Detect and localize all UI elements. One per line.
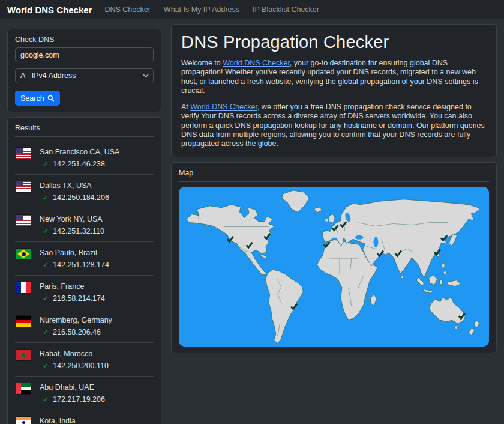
result-ip-line: ✓ 142.251.32.110 [40, 227, 104, 235]
intro-paragraph-1: Welcome to World DNS Checker, your go-to… [181, 59, 487, 95]
check-icon: ✓ [43, 362, 49, 369]
result-location: Rabat, Morocco [40, 350, 109, 358]
world-dns-checker-link[interactable]: World DNS Checker [190, 103, 257, 111]
result-text: New York NY, USA ✓ 142.251.32.110 [40, 214, 104, 235]
check-dns-card: Check DNS A - IPv4 Address Search [7, 29, 161, 112]
check-icon: ✓ [43, 194, 49, 201]
result-row: Nuremberg, Germany ✓ 216.58.206.46 [15, 309, 154, 343]
left-column: Check DNS A - IPv4 Address Search Result… [7, 29, 161, 424]
nav-link[interactable]: IP Blacklist Checker [246, 5, 326, 14]
result-location: New York NY, USA [40, 215, 104, 223]
map-divider [179, 181, 489, 182]
country-flag-icon [16, 249, 31, 259]
result-ip-line: ✓ 142.250.184.206 [40, 193, 109, 202]
result-ip-line: ✓ 142.251.46.238 [40, 160, 119, 168]
check-icon: ✓ [43, 160, 49, 168]
brand-link[interactable]: World DNS Checker [7, 5, 92, 15]
country-flag-icon [16, 383, 31, 394]
search-icon [47, 95, 55, 102]
check-icon: ✓ [43, 295, 49, 302]
result-ip: 142.250.184.206 [53, 193, 109, 202]
country-flag-icon [16, 316, 31, 327]
result-text: Paris, France ✓ 216.58.214.174 [40, 281, 105, 303]
result-ip-line: ✓ 216.58.214.174 [40, 294, 105, 303]
record-type-select[interactable]: A - IPv4 Address [15, 68, 154, 83]
search-button-label: Search [20, 94, 44, 103]
country-flag-icon [16, 148, 31, 159]
result-ip-line: ✓ 216.58.206.46 [40, 328, 112, 336]
result-location: Dallas TX, USA [40, 181, 109, 190]
result-text: Rabat, Morocco ✓ 142.250.200.110 [40, 348, 109, 370]
result-location: Kota, India [40, 417, 109, 424]
intro-paragraph-2: At World DNS Checker, we offer you a fre… [181, 103, 487, 148]
country-flag-icon [16, 215, 31, 226]
check-icon: ✓ [43, 396, 49, 403]
check-icon: ✓ [43, 329, 49, 336]
page-title: DNS Propagation Checker [181, 32, 487, 52]
record-type-select-wrap: A - IPv4 Address [15, 68, 154, 83]
result-text: Kota, India ✓ 142.250.192.206 [40, 416, 109, 424]
result-text: Abu Dhabi, UAE ✓ 172.217.19.206 [40, 382, 105, 404]
result-row: Abu Dhabi, UAE ✓ 172.217.19.206 [15, 377, 154, 410]
result-location: Paris, France [40, 282, 105, 291]
nav-link[interactable]: DNS Checker [98, 5, 157, 14]
paragraph-text: At [181, 103, 190, 111]
result-location: Abu Dhabi, UAE [40, 383, 105, 392]
result-text: San Francisco CA, USA ✓ 142.251.46.238 [40, 147, 119, 168]
world-dns-checker-link[interactable]: World DNS Checker [223, 59, 290, 67]
map-card: Map [171, 162, 497, 353]
result-text: Dallas TX, USA ✓ 142.250.184.206 [40, 180, 109, 202]
result-location: Sao Paulo, Brazil [40, 249, 109, 257]
results-divider [15, 136, 154, 137]
result-row: Rabat, Morocco ✓ 142.250.200.110 [15, 343, 154, 377]
result-row: Kota, India ✓ 142.250.192.206 [15, 410, 154, 424]
result-text: Nuremberg, Germany ✓ 216.58.206.46 [40, 315, 112, 336]
check-dns-label: Check DNS [15, 35, 154, 44]
paragraph-text: Welcome to [181, 59, 223, 67]
country-flag-icon [16, 282, 31, 293]
result-ip: 142.251.46.238 [53, 160, 105, 168]
result-text: Sao Paulo, Brazil ✓ 142.251.128.174 [40, 247, 109, 269]
result-row: New York NY, USA ✓ 142.251.32.110 [15, 208, 154, 242]
world-map-container [179, 187, 489, 347]
nav-link[interactable]: What Is My IP Address [157, 5, 246, 14]
domain-input[interactable] [15, 47, 154, 62]
result-ip: 142.250.200.110 [53, 362, 109, 370]
result-ip: 216.58.214.174 [53, 294, 105, 303]
result-ip: 216.58.206.46 [53, 328, 101, 336]
result-ip: 172.217.19.206 [53, 395, 105, 404]
right-column: DNS Propagation Checker Welcome to World… [171, 24, 497, 358]
result-row: Sao Paulo, Brazil ✓ 142.251.128.174 [15, 242, 154, 276]
country-flag-icon [16, 350, 31, 360]
search-button[interactable]: Search [15, 91, 60, 106]
intro-card: DNS Propagation Checker Welcome to World… [171, 24, 497, 157]
result-row: Paris, France ✓ 216.58.214.174 [15, 276, 154, 309]
result-ip: 142.251.32.110 [53, 227, 104, 235]
country-flag-icon [16, 417, 31, 424]
result-location: Nuremberg, Germany [40, 316, 112, 324]
result-ip-line: ✓ 172.217.19.206 [40, 395, 105, 404]
world-map [179, 187, 489, 347]
result-ip-line: ✓ 142.250.200.110 [40, 362, 109, 370]
top-navbar: World DNS Checker DNS Checker What Is My… [0, 0, 504, 19]
country-flag-icon [16, 181, 31, 192]
result-row: Dallas TX, USA ✓ 142.250.184.206 [15, 175, 154, 208]
result-row: San Francisco CA, USA ✓ 142.251.46.238 [15, 141, 154, 175]
page-body: Check DNS A - IPv4 Address Search Result… [0, 19, 504, 424]
result-ip: 142.251.128.174 [53, 261, 109, 269]
check-icon: ✓ [43, 228, 49, 235]
check-icon: ✓ [43, 261, 49, 268]
result-ip-line: ✓ 142.251.128.174 [40, 261, 109, 269]
result-location: San Francisco CA, USA [40, 148, 119, 156]
results-card: Results San Francisco CA, USA ✓ 142.251.… [7, 117, 161, 424]
map-title: Map [179, 169, 489, 177]
results-title: Results [15, 124, 154, 132]
